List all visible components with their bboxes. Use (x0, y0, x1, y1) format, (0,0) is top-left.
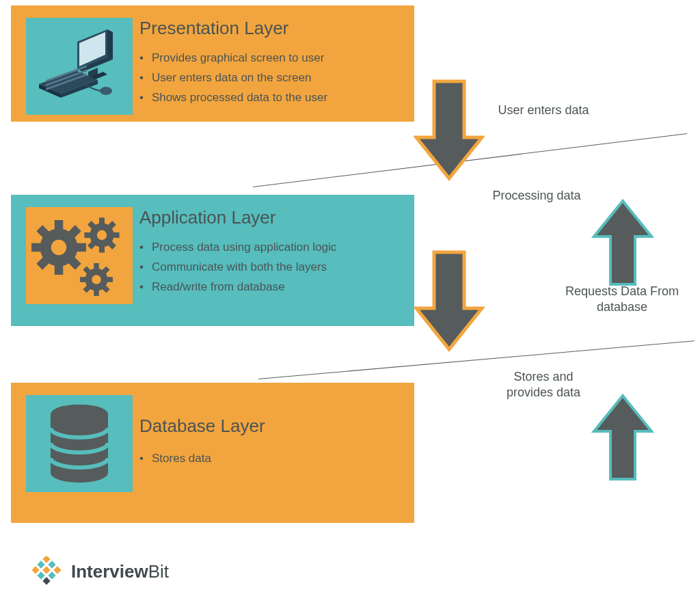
arrow-down-icon (414, 249, 485, 352)
database-layer-text: Database Layer Stores data (139, 395, 265, 469)
svg-rect-33 (37, 571, 44, 579)
brand-name: InterviewBit (71, 561, 169, 582)
svg-rect-32 (53, 566, 61, 573)
database-layer-points: Stores data (139, 449, 265, 469)
arrow-down-icon (414, 79, 485, 181)
presentation-layer-points: Provides graphical screen to user User e… (139, 49, 327, 108)
svg-rect-27 (42, 556, 50, 563)
svg-marker-2 (107, 29, 113, 59)
svg-rect-29 (48, 560, 55, 568)
brand-logo: InterviewBit (29, 556, 169, 586)
application-point: Read/write from database (139, 277, 336, 297)
label-requests: Requests Data From database (561, 284, 684, 316)
database-icon-tile (26, 395, 133, 492)
label-processing: Processing data (492, 188, 581, 204)
application-layer-box: Application Layer Process data using app… (11, 195, 414, 326)
computer-icon (35, 25, 124, 107)
gears-icon (28, 208, 131, 303)
label-stores: Stores and provides data (492, 369, 595, 401)
arrow-up-icon (591, 198, 654, 287)
presentation-point: Provides graphical screen to user (139, 49, 327, 68)
database-layer-title: Database Layer (139, 416, 265, 437)
computer-icon-tile (26, 18, 133, 115)
svg-rect-31 (42, 566, 50, 573)
svg-point-12 (100, 87, 112, 95)
brand-name-light: Bit (148, 561, 169, 582)
application-point: Process data using application logic (139, 238, 336, 258)
arrow-up-icon (591, 393, 654, 482)
brand-mark-icon (29, 556, 64, 586)
presentation-layer-box: Presentation Layer Provides graphical sc… (11, 5, 414, 122)
gears-icon-tile (26, 207, 133, 304)
application-layer-text: Application Layer Process data using app… (139, 207, 336, 297)
database-layer-box: Database Layer Stores data (11, 383, 414, 523)
svg-rect-28 (37, 560, 44, 568)
presentation-point: User enters data on the screen (139, 68, 327, 88)
svg-rect-30 (31, 566, 39, 573)
svg-rect-34 (48, 571, 55, 579)
database-point: Stores data (139, 449, 265, 469)
presentation-layer-text: Presentation Layer Provides graphical sc… (139, 18, 327, 108)
application-point: Communicate with both the layers (139, 258, 336, 277)
label-user-enters: User enters data (492, 103, 595, 118)
brand-name-bold: Interview (71, 561, 148, 582)
presentation-point: Shows processed data to the user (139, 88, 327, 108)
application-layer-points: Process data using application logic Com… (139, 238, 336, 297)
svg-point-26 (51, 405, 108, 424)
presentation-layer-title: Presentation Layer (139, 18, 327, 39)
svg-rect-35 (42, 577, 50, 584)
database-icon (38, 399, 120, 488)
application-layer-title: Application Layer (139, 207, 336, 228)
